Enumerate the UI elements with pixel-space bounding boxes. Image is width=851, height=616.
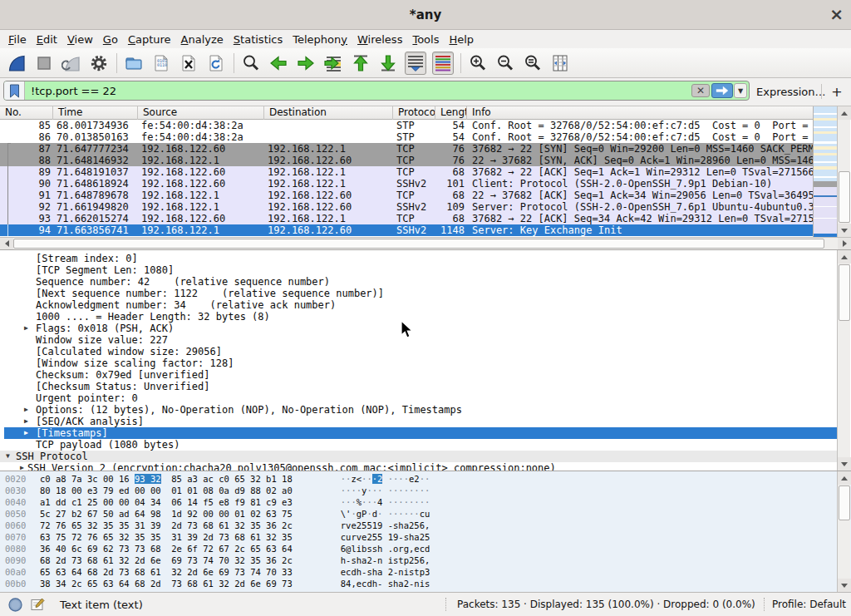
menu-analyze[interactable]: Analyze bbox=[176, 33, 229, 46]
hex-row-0040[interactable]: 0040a1 dd c1 25 00 00 04 34 06 14 f5 e8 … bbox=[0, 496, 430, 508]
detail-line[interactable]: ▶[SEQ/ACK analysis] bbox=[0, 416, 837, 427]
packet-row-88[interactable]: 8871.648146932192.168.122.1192.168.122.6… bbox=[0, 155, 813, 166]
find-packet-button[interactable] bbox=[240, 52, 262, 75]
scroll-up-button[interactable] bbox=[838, 106, 851, 120]
column-header-info[interactable]: Info bbox=[467, 106, 813, 120]
save-file-button[interactable]: 01010110 bbox=[150, 52, 172, 75]
hex-row-0070[interactable]: 007063 75 72 76 65 32 35 35 31 39 2d 73 … bbox=[0, 531, 430, 543]
packet-row-90[interactable]: 9071.648618924192.168.122.60192.168.122.… bbox=[0, 178, 813, 190]
scroll-down-button[interactable] bbox=[838, 579, 851, 592]
hex-row-0090[interactable]: 009068 2d 73 68 61 32 2d 6e 69 73 74 70 … bbox=[0, 554, 430, 566]
collapsed-arrow-icon[interactable]: ▶ bbox=[24, 404, 28, 416]
detail-line[interactable]: TCP payload (1080 bytes) bbox=[0, 439, 837, 451]
packet-list-hscrollbar[interactable] bbox=[0, 237, 851, 249]
scroll-thumb[interactable] bbox=[13, 239, 824, 249]
expert-info-icon[interactable] bbox=[8, 598, 22, 614]
collapsed-arrow-icon[interactable]: ▶ bbox=[24, 323, 28, 334]
column-header-length[interactable]: Length bbox=[435, 106, 467, 120]
hex-row-00b0[interactable]: 00b038 34 2c 65 63 64 68 2d 73 68 61 32 … bbox=[0, 578, 430, 589]
capture-options-button[interactable] bbox=[88, 52, 110, 75]
detail-line[interactable]: [Window size scaling factor: 128] bbox=[0, 357, 837, 369]
detail-line[interactable]: Checksum: 0x79ed [unverified] bbox=[0, 369, 837, 381]
zoom-in-button[interactable] bbox=[467, 52, 489, 75]
scroll-right-button[interactable] bbox=[838, 238, 851, 249]
packet-list-minimap[interactable] bbox=[813, 106, 837, 239]
detail-line[interactable]: [Stream index: 0] bbox=[0, 253, 837, 264]
packet-row-89[interactable]: 8971.648191037192.168.122.60192.168.122.… bbox=[0, 166, 813, 178]
go-back-button[interactable] bbox=[268, 52, 289, 75]
packet-row-94[interactable]: 9471.663856741192.168.122.1192.168.122.6… bbox=[0, 224, 813, 236]
hex-row-0030[interactable]: 003080 18 00 e3 79 ed 00 00 01 01 08 0a … bbox=[0, 485, 430, 496]
filter-apply-button[interactable] bbox=[711, 83, 733, 98]
column-header-destination[interactable]: Destination bbox=[264, 106, 393, 120]
detail-line[interactable]: Window size value: 227 bbox=[0, 334, 837, 346]
filter-clear-button[interactable]: ✕ bbox=[691, 84, 710, 97]
scroll-thumb[interactable] bbox=[839, 264, 850, 321]
detail-line[interactable]: [Next sequence number: 1122 (relative se… bbox=[0, 288, 837, 299]
column-header-no[interactable]: No. bbox=[0, 106, 53, 120]
scroll-down-button[interactable] bbox=[838, 224, 851, 237]
detail-line[interactable]: [Calculated window size: 29056] bbox=[0, 346, 837, 357]
detail-line[interactable]: Urgent pointer: 0 bbox=[0, 392, 837, 404]
detail-line[interactable]: ▶Options: (12 bytes), No-Operation (NOP)… bbox=[0, 404, 837, 416]
filter-bookmark-button[interactable] bbox=[4, 81, 25, 100]
hex-row-0020[interactable]: 0020c0 a8 7a 3c 00 16 93 32 85 a3 ac c0 … bbox=[0, 473, 430, 485]
packet-row-87[interactable]: 8771.647777234192.168.122.60192.168.122.… bbox=[0, 143, 813, 155]
stop-capture-button[interactable] bbox=[33, 52, 55, 75]
packet-row-86[interactable]: 8670.013850163fe:54:00:d4:38:2aSTP54Conf… bbox=[0, 131, 813, 143]
menu-help[interactable]: Help bbox=[444, 33, 479, 46]
add-filter-button[interactable]: + bbox=[829, 78, 845, 106]
restart-capture-button[interactable] bbox=[61, 52, 82, 75]
filter-dropdown-button[interactable]: ▼ bbox=[734, 83, 747, 98]
status-profile[interactable]: Profile: Default bbox=[772, 593, 846, 616]
menu-statistics[interactable]: Statistics bbox=[229, 33, 288, 46]
auto-scroll-button[interactable] bbox=[405, 52, 426, 75]
scroll-left-button[interactable] bbox=[0, 238, 13, 249]
go-forward-button[interactable] bbox=[295, 52, 317, 75]
menu-file[interactable]: File bbox=[3, 33, 32, 46]
detail-line[interactable]: ▶Flags: 0x018 (PSH, ACK) bbox=[0, 323, 837, 334]
display-filter-field[interactable]: !tcp.port == 22 ✕ ▼ bbox=[3, 81, 750, 101]
start-capture-button[interactable] bbox=[6, 52, 27, 75]
column-header-protocol[interactable]: Protocol bbox=[393, 106, 435, 120]
menu-go[interactable]: Go bbox=[98, 33, 123, 46]
column-header-source[interactable]: Source bbox=[138, 106, 264, 120]
go-first-button[interactable] bbox=[350, 52, 371, 75]
packet-row-93[interactable]: 9371.662015274192.168.122.60192.168.122.… bbox=[0, 213, 813, 224]
detail-line[interactable]: ▶SSH Version 2 (encryption:chacha20_poly… bbox=[0, 462, 837, 471]
close-file-button[interactable] bbox=[178, 52, 199, 75]
resize-columns-button[interactable] bbox=[549, 52, 571, 75]
open-file-button[interactable] bbox=[123, 52, 145, 75]
go-to-packet-button[interactable] bbox=[322, 52, 344, 75]
detail-line[interactable]: [Checksum Status: Unverified] bbox=[0, 381, 837, 392]
detail-line[interactable]: 1000 .... = Header Length: 32 bytes (8) bbox=[0, 311, 837, 323]
go-last-button[interactable] bbox=[377, 52, 399, 75]
hex-row-0050[interactable]: 00505c 27 b2 67 50 ad 64 98 1d 92 00 00 … bbox=[0, 508, 430, 520]
column-header-time[interactable]: Time bbox=[53, 106, 138, 120]
hex-row-00a0[interactable]: 00a065 63 64 68 2d 73 68 61 32 2d 6e 69 … bbox=[0, 566, 430, 578]
colorize-button[interactable] bbox=[432, 52, 454, 75]
menu-telephony[interactable]: Telephony bbox=[288, 33, 352, 46]
details-vscrollbar[interactable] bbox=[837, 250, 850, 471]
detail-line[interactable]: ▼SSH Protocol bbox=[0, 451, 837, 462]
close-button[interactable]: × bbox=[829, 4, 844, 24]
packet-row-85[interactable]: 8568.001734936fe:54:00:d4:38:2aSTP54Conf… bbox=[0, 120, 813, 131]
zoom-out-button[interactable] bbox=[494, 52, 516, 75]
expanded-arrow-icon[interactable]: ▼ bbox=[6, 451, 10, 462]
menu-capture[interactable]: Capture bbox=[123, 33, 176, 46]
expression-button[interactable]: Expression… bbox=[756, 78, 826, 106]
packet-row-92[interactable]: 9271.661949820192.168.122.1192.168.122.6… bbox=[0, 201, 813, 213]
scroll-up-button[interactable] bbox=[838, 250, 851, 264]
scroll-down-button[interactable] bbox=[838, 457, 851, 471]
collapsed-arrow-icon[interactable]: ▶ bbox=[20, 462, 24, 471]
collapsed-arrow-icon[interactable]: ▶ bbox=[24, 416, 28, 427]
hex-row-0080[interactable]: 008036 40 6c 69 62 73 73 68 2e 6f 72 67 … bbox=[0, 543, 430, 554]
menu-wireless[interactable]: Wireless bbox=[352, 33, 407, 46]
detail-line[interactable]: [TCP Segment Len: 1080] bbox=[0, 264, 837, 276]
display-filter-input[interactable]: !tcp.port == 22 bbox=[25, 81, 691, 100]
detail-line[interactable]: Acknowledgment number: 34 (relative ack … bbox=[0, 299, 837, 311]
reload-file-button[interactable] bbox=[205, 52, 227, 75]
detail-line[interactable]: Sequence number: 42 (relative sequence n… bbox=[0, 276, 837, 288]
menu-view[interactable]: View bbox=[62, 33, 98, 46]
menu-edit[interactable]: Edit bbox=[32, 33, 62, 46]
